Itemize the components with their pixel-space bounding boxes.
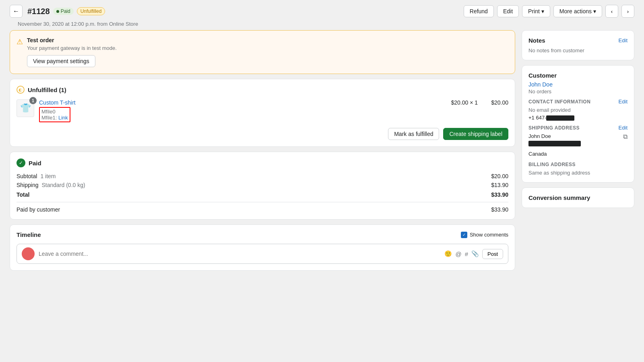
prev-order-button[interactable]: ‹ (605, 5, 618, 18)
item-name-link[interactable]: Custom T-shirt (39, 99, 446, 106)
show-comments-toggle[interactable]: ✓ Show comments (461, 232, 508, 238)
shipping-edit-link[interactable]: Edit (619, 125, 627, 131)
unfulfilled-title: Unfulfilled (1) (28, 86, 66, 93)
order-item: 👕 1 Custom T-shirt Mfile0 Mfile1: Link (17, 99, 508, 122)
notes-card: Notes Edit No notes from customer (522, 30, 634, 60)
phone-info: +1 647- (528, 115, 627, 121)
notes-title: Notes (528, 37, 545, 44)
test-order-banner: ⚠ Test order Your payment gateway is in … (10, 30, 515, 74)
show-comments-checkbox[interactable]: ✓ (461, 232, 467, 238)
emoji-icon[interactable]: 🙂 (444, 250, 452, 257)
conversion-summary-card: Conversion summary (522, 187, 634, 208)
paid-badge: Paid (53, 8, 74, 15)
billing-address-title: BILLING ADDRESS (528, 162, 576, 167)
item-meta-line1: Mfile0 (41, 109, 68, 115)
paid-icon: ✓ (17, 158, 25, 167)
shipping-name: John Doe (528, 133, 581, 139)
no-orders-text: No orders (528, 88, 627, 95)
hashtag-icon[interactable]: # (465, 251, 468, 257)
show-comments-label: Show comments (470, 232, 508, 238)
item-meta-link[interactable]: Link (58, 115, 68, 121)
more-actions-chevron-icon: ▾ (593, 8, 596, 14)
subtotal-row: Subtotal 1 item $20.00 (17, 173, 508, 179)
test-order-description: Your payment gateway is in test mode. (27, 45, 117, 51)
paid-dot (56, 10, 59, 13)
conversion-title: Conversion summary (528, 194, 590, 201)
customer-name-link[interactable]: John Doe (528, 81, 627, 88)
comment-area: 🙂 @ # 📎 Post (17, 244, 508, 264)
prev-icon: ‹ (611, 8, 613, 14)
back-button[interactable]: ← (10, 5, 23, 18)
item-meta-line2: Mfile1: Link (41, 115, 68, 121)
no-email-text: No email provided (528, 107, 627, 113)
print-button[interactable]: Print ▾ (522, 5, 550, 17)
phone-redacted (546, 115, 574, 121)
print-chevron-icon: ▾ (541, 8, 544, 14)
post-button[interactable]: Post (482, 249, 503, 259)
no-notes-text: No notes from customer (528, 47, 584, 53)
payment-card: ✓ Paid Subtotal 1 item $20.00 Shipping S… (10, 152, 515, 220)
more-actions-button[interactable]: More actions ▾ (553, 5, 602, 17)
payment-title: Paid (29, 160, 41, 167)
create-shipping-label-button[interactable]: Create shipping label (443, 128, 508, 140)
user-avatar (22, 247, 35, 260)
view-payment-settings-button[interactable]: View payment settings (27, 55, 95, 67)
next-order-button[interactable]: › (621, 5, 634, 18)
total-row: Total $33.90 (17, 191, 508, 198)
item-price: $20.00 × 1 (451, 99, 478, 106)
timeline-card: Timeline ✓ Show comments 🙂 @ # 📎 Post (10, 224, 515, 271)
shipping-address-title: SHIPPING ADDRESS (528, 125, 580, 131)
next-icon: › (627, 8, 629, 14)
order-title: #1128 Paid Unfulfilled (27, 7, 105, 16)
contact-info-title: CONTACT INFORMATION (528, 99, 590, 105)
unfulfilled-badge: Unfulfilled (77, 7, 105, 15)
mention-icon[interactable]: @ (455, 251, 461, 257)
test-order-title: Test order (27, 37, 117, 43)
shipping-country: Canada (528, 151, 581, 157)
address-redacted (528, 141, 581, 146)
customer-card: Customer John Doe No orders CONTACT INFO… (522, 65, 634, 183)
timeline-title: Timeline (17, 231, 41, 238)
warning-icon: ⚠ (17, 37, 23, 46)
billing-same-text: Same as shipping address (528, 170, 627, 176)
copy-icon[interactable]: ⧉ (623, 133, 627, 140)
refund-button[interactable]: Refund (464, 5, 494, 17)
unfulfilled-icon: ◐ (17, 86, 25, 94)
paid-by-row: Paid by customer $33.90 (17, 206, 508, 213)
item-qty-badge: 1 (29, 97, 37, 104)
unfulfilled-card: ◐ Unfulfilled (1) 👕 1 Custom T-shirt Mfi… (10, 79, 515, 147)
mark-fulfilled-button[interactable]: Mark as fulfilled (388, 128, 439, 140)
edit-button[interactable]: Edit (497, 5, 519, 17)
shipping-row: Shipping Standard (0.0 kg) $13.90 (17, 182, 508, 188)
order-date: November 30, 2020 at 12:00 p.m. from Onl… (0, 21, 644, 27)
comment-input[interactable] (39, 251, 440, 257)
contact-edit-link[interactable]: Edit (619, 99, 627, 105)
customer-title: Customer (528, 72, 557, 79)
item-total: $20.00 (484, 99, 508, 106)
notes-edit-link[interactable]: Edit (619, 37, 627, 43)
back-icon: ← (13, 8, 19, 15)
attachment-icon[interactable]: 📎 (471, 250, 479, 257)
